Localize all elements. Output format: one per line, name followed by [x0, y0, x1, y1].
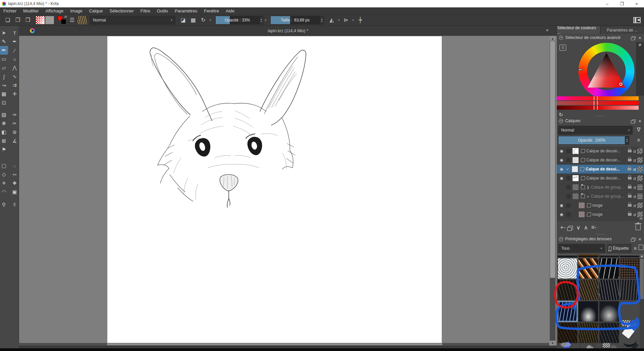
group-layer-row[interactable]: ◌ ∨ Calque de group... α: [557, 192, 644, 201]
alpha-lock-icon[interactable]: α: [633, 167, 636, 172]
ellipse-select-tool-icon[interactable]: ◌: [11, 161, 19, 170]
brush-preset[interactable]: [578, 322, 598, 343]
menu-parametres[interactable]: Paramètres: [171, 7, 201, 14]
layer-thumbnail[interactable]: [572, 184, 579, 191]
chevron-down-icon[interactable]: ▾: [337, 18, 341, 22]
multibrush-tool-icon[interactable]: ⇉: [11, 81, 19, 90]
value-strip[interactable]: [557, 106, 639, 110]
fill-tool-icon[interactable]: ◧: [0, 128, 8, 137]
layer-name[interactable]: Calque de dessin...: [586, 149, 627, 153]
duplicate-layer-button[interactable]: [567, 223, 574, 232]
alpha-lock-icon[interactable]: α: [634, 185, 636, 190]
alpha-lock-icon[interactable]: α: [634, 149, 636, 154]
brush-grid-scrollbar-thumb[interactable]: [640, 259, 644, 299]
tab-tool-options[interactable]: Paramètres de ...: [600, 26, 644, 34]
visibility-eye-icon-hidden[interactable]: ◌: [558, 194, 565, 199]
layer-scroll-up-icon[interactable]: ▲: [639, 147, 643, 151]
expander-closed-icon[interactable]: ❯: [586, 186, 590, 189]
layer-row[interactable]: ◉ Calque de dessin... α: [557, 156, 644, 165]
layer-list-menu-icon[interactable]: ≡: [635, 136, 643, 145]
visibility-eye-icon[interactable]: ◉: [558, 149, 565, 153]
scroll-down-icon[interactable]: ▼: [550, 341, 555, 346]
swap-colors-icon[interactable]: ⇄: [64, 15, 67, 18]
canvas[interactable]: [107, 36, 442, 346]
layer-row[interactable]: ◉ rouge α: [557, 210, 644, 219]
saturation-strip[interactable]: [557, 101, 639, 105]
visibility-eye-icon-hidden[interactable]: ◌: [558, 185, 565, 190]
chevron-down-icon[interactable]: ▾: [263, 18, 268, 22]
inherit-alpha-icon[interactable]: [637, 157, 643, 163]
layer-thumbnail[interactable]: [572, 166, 578, 172]
move-layer-up-button[interactable]: ∧: [582, 223, 589, 232]
visibility-eye-icon[interactable]: ◉: [558, 176, 565, 181]
layer-name[interactable]: rouge: [592, 212, 627, 217]
brush-preset[interactable]: [620, 254, 639, 257]
layer-name[interactable]: Calque de dessin...: [586, 176, 627, 181]
dynamic-brush-tool-icon[interactable]: ↝: [0, 81, 8, 90]
inherit-alpha-icon[interactable]: [637, 166, 643, 172]
lock-icon[interactable]: [628, 204, 632, 207]
brush-preset[interactable]: [620, 322, 621, 329]
layer-style-cell[interactable]: [566, 149, 571, 153]
menu-fichier[interactable]: Fichier: [0, 7, 20, 14]
save-document-icon[interactable]: ❒: [23, 15, 33, 25]
crop-tool-icon[interactable]: ⊡: [0, 98, 8, 107]
lock-icon[interactable]: [628, 177, 632, 180]
brush-preset[interactable]: [578, 254, 598, 257]
text-tool-icon[interactable]: T: [11, 29, 19, 37]
no-color-icon[interactable]: ⌀: [636, 42, 644, 47]
color-sampler-tool-icon[interactable]: ✑: [11, 110, 19, 119]
vertical-scrollbar[interactable]: ▲ ▼: [550, 36, 555, 346]
layer-style-cell[interactable]: [566, 212, 571, 217]
brush-preset[interactable]: [578, 258, 598, 279]
brush-preset[interactable]: [578, 301, 598, 322]
layer-style-cell[interactable]: [566, 194, 571, 199]
brush-preset[interactable]: [578, 280, 598, 300]
gradient-tool-icon[interactable]: ▨: [0, 110, 8, 119]
tag-button[interactable]: Étiquette: [607, 244, 631, 253]
brush-docker-menu-icon[interactable]: ≡: [633, 244, 638, 253]
layer-style-cell[interactable]: [566, 185, 571, 190]
vertical-scrollbar-thumb[interactable]: [550, 41, 555, 278]
layer-row[interactable]: ◉ Calque de dessin... α: [557, 174, 644, 183]
menu-filtre[interactable]: Filtre: [137, 7, 154, 14]
layer-opacity-spinner[interactable]: ▲▼: [625, 136, 629, 145]
menu-affichage[interactable]: Affichage: [42, 7, 67, 14]
minimize-button[interactable]: –: [600, 0, 614, 7]
smart-patch-tool-icon[interactable]: ❋: [0, 119, 8, 128]
brush-settings-icon[interactable]: ☰: [67, 15, 77, 25]
chevron-down-icon[interactable]: ▾: [351, 18, 355, 22]
layer-blend-mode-dropdown[interactable]: Normal ▾: [558, 126, 633, 135]
docker-lock-icon[interactable]: [559, 119, 563, 123]
brush-view-mode-icon[interactable]: [639, 245, 643, 250]
hue-history-strip[interactable]: [557, 96, 639, 100]
layer-name[interactable]: Calque de group...: [591, 194, 627, 199]
layer-name[interactable]: Calque de group...: [591, 185, 627, 190]
brush-preset[interactable]: [557, 254, 578, 257]
layer-name[interactable]: rouge: [592, 203, 627, 208]
lock-icon[interactable]: [628, 150, 632, 152]
preserve-alpha-icon[interactable]: ▩: [188, 15, 198, 25]
eraser-mode-icon[interactable]: ◪: [178, 15, 188, 25]
visibility-eye-icon[interactable]: ◉: [558, 167, 565, 171]
select-shapes-tool-icon[interactable]: ➤: [0, 29, 8, 37]
alpha-lock-icon[interactable]: α: [634, 212, 636, 217]
brush-preset-selected[interactable]: [557, 301, 578, 322]
add-layer-button[interactable]: +▾: [559, 223, 567, 232]
open-document-icon[interactable]: ❐: [13, 15, 23, 25]
line-tool-icon[interactable]: ∕: [11, 46, 19, 55]
layer-properties-button[interactable]: ≡▾: [590, 223, 598, 232]
measure-tool-icon[interactable]: ∡: [11, 137, 19, 145]
menu-image[interactable]: Image: [67, 7, 86, 14]
layer-opacity-slider[interactable]: Opacité: 100%: [558, 136, 625, 145]
pattern-chooser[interactable]: [45, 16, 54, 24]
opacity-spinner[interactable]: ▲▼: [260, 16, 264, 24]
float-docker-icon[interactable]: [632, 238, 636, 241]
inherit-alpha-icon[interactable]: [637, 203, 643, 208]
brush-preset[interactable]: [599, 301, 619, 322]
lock-icon[interactable]: [628, 213, 632, 216]
mirror-horizontal-icon[interactable]: ◭: [327, 15, 337, 25]
polygon-tool-icon[interactable]: ▱: [0, 63, 8, 72]
brush-preset[interactable]: [620, 258, 639, 279]
rectangle-tool-icon[interactable]: ▭: [0, 55, 8, 63]
